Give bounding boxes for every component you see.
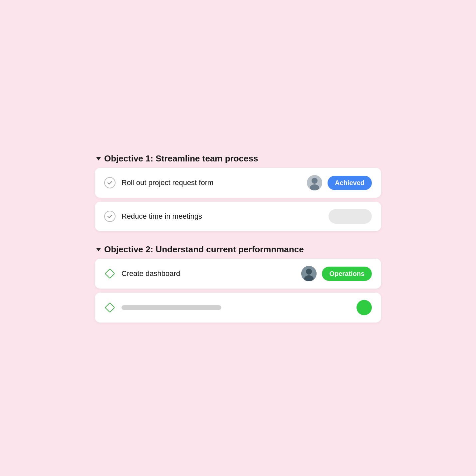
task-3-text: Create dashboard (121, 269, 180, 278)
check-icon-2 (104, 211, 116, 222)
task-left-3: Create dashboard (104, 268, 180, 279)
svg-rect-7 (105, 303, 115, 312)
objective-2-title: Objective 2: Understand current performn… (104, 244, 304, 255)
task-4-text-placeholder (121, 305, 221, 310)
task-card-2[interactable]: Reduce time in meetings (95, 202, 381, 231)
task-left-4 (104, 302, 221, 313)
task-right-3: Operations (301, 266, 372, 281)
avatar-1 (307, 175, 322, 190)
objective-1-header[interactable]: Objective 1: Streamline team process (95, 153, 381, 164)
badge-operations-3: Operations (322, 267, 372, 281)
avatar-3 (301, 266, 317, 281)
objective-1-title: Objective 1: Streamline team process (104, 153, 258, 164)
task-2-text: Reduce time in meetings (121, 212, 202, 221)
svg-point-1 (312, 178, 318, 184)
svg-point-5 (306, 269, 312, 275)
task-right-1: Achieved (307, 175, 372, 190)
diamond-icon-3 (104, 268, 116, 279)
chevron-down-icon-2 (96, 248, 101, 251)
task-left-1: Roll out project request form (104, 177, 213, 188)
objective-1-section: Objective 1: Streamline team process Rol… (95, 153, 381, 231)
objective-2-section: Objective 2: Understand current performn… (95, 244, 381, 323)
main-container: Objective 1: Streamline team process Rol… (95, 153, 381, 323)
task-right-4 (357, 300, 372, 315)
task-right-2 (329, 209, 372, 224)
task-card-3[interactable]: Create dashboard Operations (95, 259, 381, 289)
check-icon-1 (104, 177, 116, 188)
task-card-1[interactable]: Roll out project request form Achieved (95, 168, 381, 198)
badge-achieved-1: Achieved (328, 176, 372, 190)
task-1-text: Roll out project request form (121, 178, 213, 187)
task-card-4[interactable] (95, 293, 381, 323)
diamond-icon-4 (104, 302, 116, 313)
chevron-down-icon (96, 157, 101, 160)
task-left-2: Reduce time in meetings (104, 211, 202, 222)
badge-empty-2 (329, 209, 372, 224)
objective-2-header[interactable]: Objective 2: Understand current performn… (95, 244, 381, 255)
green-circle-4 (357, 300, 372, 315)
svg-rect-3 (105, 269, 115, 278)
